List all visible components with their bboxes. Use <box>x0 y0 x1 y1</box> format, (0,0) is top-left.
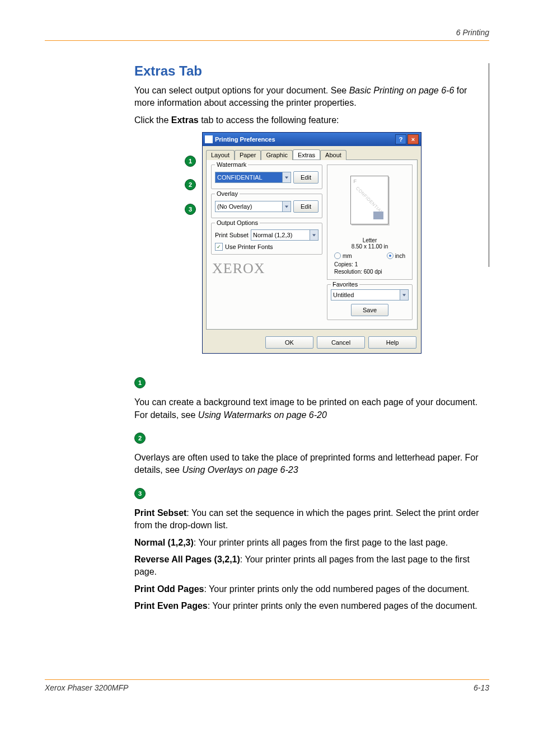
tab-extras[interactable]: Extras <box>293 149 320 159</box>
note-3-3: Reverse All Pages (3,2,1): Your printer … <box>134 553 489 579</box>
chevron-down-icon <box>285 206 288 208</box>
dialog-buttons: OK Cancel Help <box>203 333 421 353</box>
printing-preferences-dialog: Printing Preferences ? × Layout Paper Gr… <box>202 132 421 354</box>
intro-p2b: Extras <box>171 115 199 125</box>
use-printer-fonts-label: Use Printer Fonts <box>225 243 273 250</box>
radio-icon <box>334 252 341 259</box>
note-3-1: Print Sebset: You can set the sequence i… <box>134 507 489 532</box>
favorites-save-button[interactable]: Save <box>351 304 388 316</box>
bullet-1: 1 <box>134 377 146 388</box>
favorites-select[interactable]: Untitled <box>331 289 409 300</box>
note-3-5: Print Even Pages: Your printer prints on… <box>134 600 489 612</box>
preview-info: Letter 8.50 x 11.00 in mm inch Copies: 1… <box>327 235 413 280</box>
output-options-group: Output Options Print Subset Normal (1,2,… <box>211 223 322 255</box>
copies-label: Copies: 1 <box>331 261 409 269</box>
chevron-down-icon <box>285 177 288 179</box>
chevron-down-icon <box>402 294 406 297</box>
preview-f: F <box>353 179 357 184</box>
footer-right: 6-13 <box>474 683 489 692</box>
intro-p1a: You can select output options for your d… <box>134 86 349 95</box>
bullet-3: 3 <box>134 488 146 499</box>
preview-block <box>373 212 383 219</box>
intro-p1: You can select output options for your d… <box>134 84 489 110</box>
tab-graphic[interactable]: Graphic <box>261 150 293 160</box>
dialog-title: Printing Preferences <box>215 136 275 143</box>
page-header: 6 Printing <box>45 28 489 41</box>
footer-left: Xerox Phaser 3200MFP <box>45 683 128 692</box>
radio-icon <box>387 252 394 259</box>
tab-about[interactable]: About <box>320 150 346 160</box>
watermark-edit-button[interactable]: Edit <box>293 171 318 184</box>
chapter-label: 6 Printing <box>456 28 489 37</box>
overlay-select[interactable]: (No Overlay) <box>215 201 291 212</box>
dialog-titlebar: Printing Preferences ? × <box>203 133 421 146</box>
overlay-edit-button[interactable]: Edit <box>293 200 318 213</box>
ok-button[interactable]: OK <box>265 336 313 349</box>
page-preview: F CONFIDENTIAL <box>327 165 413 235</box>
watermark-select[interactable]: CONFIDENTIAL <box>215 172 291 183</box>
intro-p2a: Click the <box>134 115 171 125</box>
callout-1: 1 <box>185 156 196 167</box>
titlebar-help-button[interactable]: ? <box>395 134 406 144</box>
note-3-4: Print Odd Pages: Your printer prints onl… <box>134 583 489 595</box>
dialog-tabs: Layout Paper Graphic Extras About <box>206 149 418 159</box>
intro-p2c: tab to access the following feature: <box>199 115 339 125</box>
use-printer-fonts-checkbox[interactable]: ✓ Use Printer Fonts <box>215 243 318 251</box>
watermark-group: Watermark CONFIDENTIAL Edit <box>211 165 322 189</box>
favorites-group: Favorites Untitled Save <box>327 284 413 320</box>
help-button[interactable]: Help <box>368 336 416 349</box>
note-1: You can create a background text image t… <box>134 396 489 421</box>
brand-label: XEROX <box>211 259 322 280</box>
callout-2: 2 <box>185 179 196 190</box>
intro-p2: Click the Extras tab to access the follo… <box>134 114 489 126</box>
note-3-2: Normal (1,2,3): Your printer prints all … <box>134 537 489 549</box>
resolution-label: Resolution: 600 dpi <box>331 269 409 276</box>
chevron-down-icon <box>312 234 316 237</box>
titlebar-close-button[interactable]: × <box>407 134 419 144</box>
note-2: Overlays are often used to take the plac… <box>134 452 489 477</box>
page-footer: Xerox Phaser 3200MFP 6-13 <box>45 679 489 692</box>
paper-size-dim: 8.50 x 11.00 in <box>331 243 409 250</box>
callout-3: 3 <box>185 204 196 215</box>
intro-p1b: Basic Printing on page 6-6 <box>349 86 455 95</box>
tab-body: Watermark CONFIDENTIAL Edit Overlay <box>206 159 418 330</box>
overlay-group: Overlay (No Overlay) Edit <box>211 194 322 218</box>
print-subset-select[interactable]: Normal (1,2,3) <box>251 229 318 241</box>
print-subset-label: Print Subset <box>215 232 249 238</box>
overlay-legend: Overlay <box>215 190 240 197</box>
printer-icon <box>205 135 213 143</box>
bullet-2: 2 <box>134 433 146 444</box>
tab-layout[interactable]: Layout <box>206 150 235 160</box>
cancel-button[interactable]: Cancel <box>317 336 365 349</box>
tab-paper[interactable]: Paper <box>235 150 261 160</box>
watermark-legend: Watermark <box>215 161 248 168</box>
unit-inch-radio[interactable]: inch <box>387 252 405 259</box>
section-title: Extras Tab <box>134 63 489 79</box>
paper-size-name: Letter <box>331 237 409 243</box>
checkbox-icon: ✓ <box>215 243 223 251</box>
output-legend: Output Options <box>215 219 260 226</box>
favorites-legend: Favorites <box>331 281 359 288</box>
preview-watermark: CONFIDENTIAL <box>355 186 384 215</box>
unit-mm-radio[interactable]: mm <box>334 252 352 259</box>
